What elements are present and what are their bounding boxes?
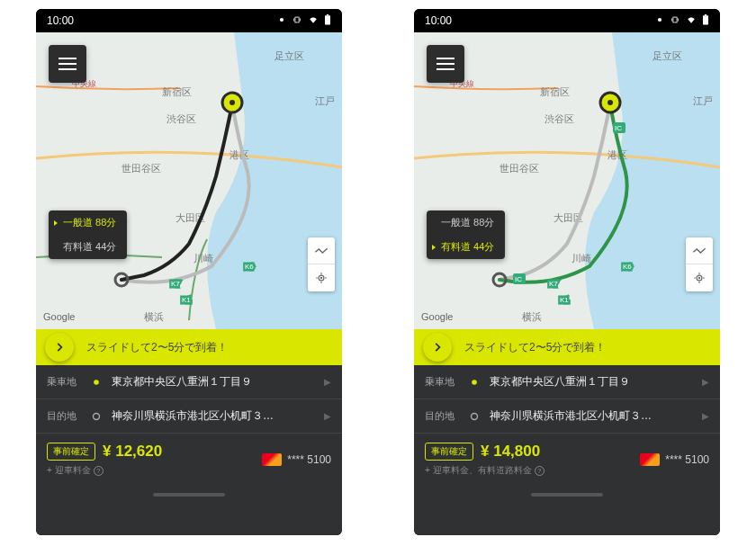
mastercard-icon bbox=[262, 453, 282, 466]
map-controls bbox=[308, 237, 335, 291]
hamburger-icon bbox=[58, 58, 76, 70]
fixed-fare-badge: 事前確定 bbox=[47, 443, 95, 461]
pickup-pin-icon bbox=[468, 376, 481, 389]
svg-text:K1: K1 bbox=[182, 296, 191, 304]
payment-method[interactable]: **** 5100 bbox=[640, 453, 709, 466]
svg-text:K7: K7 bbox=[549, 280, 558, 288]
google-attribution: Google bbox=[43, 311, 75, 322]
tab-general-road[interactable]: 一般道 88分 bbox=[49, 210, 127, 235]
vibrate-icon bbox=[670, 14, 680, 27]
route-tabs: 一般道 88分 有料道 44分 bbox=[49, 210, 127, 259]
destination-value: 神奈川県横浜市港北区小机町３… bbox=[112, 408, 315, 424]
tab-toll-road[interactable]: 有料道 44分 bbox=[49, 235, 127, 259]
battery-icon bbox=[324, 14, 331, 28]
price: ¥ 12,620 bbox=[103, 443, 162, 461]
svg-point-53 bbox=[472, 413, 478, 419]
chevron-right-icon bbox=[53, 341, 66, 354]
pickup-pin-icon bbox=[90, 376, 103, 389]
price-note[interactable]: + 迎車料金 ? bbox=[47, 464, 104, 477]
status-time: 10:00 bbox=[47, 14, 74, 27]
destination-row[interactable]: 目的地 神奈川県横浜市港北区小机町３… ▶ bbox=[414, 399, 720, 434]
route-style-button[interactable] bbox=[308, 237, 335, 264]
help-icon[interactable]: ? bbox=[94, 466, 104, 476]
route-tabs: 一般道 88分 有料道 44分 bbox=[427, 210, 505, 259]
menu-button[interactable] bbox=[427, 45, 464, 83]
menu-button[interactable] bbox=[49, 45, 86, 83]
wifi-icon bbox=[308, 14, 319, 27]
tab-toll-road[interactable]: 有料道 44分 bbox=[427, 235, 505, 259]
pickup-label: 乗車地 bbox=[425, 375, 459, 389]
map-controls bbox=[686, 237, 713, 291]
svg-text:K6: K6 bbox=[245, 263, 254, 271]
map[interactable]: 新宿区 渋谷区 港区 世田谷区 大田区 川崎 足立区 江戸 横浜 中央線 K7 … bbox=[36, 32, 342, 329]
destination-pin-icon bbox=[90, 410, 103, 423]
route-style-button[interactable] bbox=[686, 237, 713, 264]
svg-rect-1 bbox=[295, 17, 299, 22]
svg-point-41 bbox=[608, 100, 613, 105]
slide-handle[interactable] bbox=[423, 333, 452, 362]
bottom-sheet: スライドして2〜5分で到着！ 乗車地 東京都中央区八重洲１丁目９ ▶ 目的地 神… bbox=[414, 329, 720, 535]
pickup-row[interactable]: 乗車地 東京都中央区八重洲１丁目９ ▶ bbox=[414, 365, 720, 399]
card-masked: **** 5100 bbox=[665, 453, 709, 466]
price: ¥ 14,800 bbox=[481, 443, 540, 461]
chevron-right-icon: ▶ bbox=[324, 411, 331, 421]
help-icon[interactable]: ? bbox=[535, 466, 544, 476]
status-icons bbox=[655, 14, 709, 28]
phone-right: 10:00 新宿区 渋谷区 港区 世田谷区 大田区 川崎 足立区 江戸 横浜 中… bbox=[414, 9, 720, 535]
svg-point-23 bbox=[94, 379, 100, 385]
svg-point-0 bbox=[280, 18, 284, 22]
android-navbar bbox=[414, 486, 720, 504]
price-row: 事前確定 ¥ 12,620 + 迎車料金 ? **** 5100 bbox=[36, 434, 342, 486]
slide-handle[interactable] bbox=[45, 333, 74, 362]
svg-rect-27 bbox=[703, 15, 708, 24]
svg-rect-26 bbox=[673, 17, 677, 22]
chevron-right-icon: ▶ bbox=[702, 377, 709, 387]
svg-point-25 bbox=[658, 18, 662, 22]
tab-general-road[interactable]: 一般道 88分 bbox=[427, 210, 505, 235]
svg-text:K6: K6 bbox=[623, 263, 632, 271]
hamburger-icon bbox=[436, 58, 454, 70]
svg-text:K7: K7 bbox=[171, 280, 180, 288]
card-masked: **** 5100 bbox=[287, 453, 331, 466]
location-icon bbox=[655, 14, 664, 27]
svg-point-52 bbox=[472, 379, 478, 385]
svg-point-22 bbox=[320, 277, 321, 278]
bottom-sheet: スライドして2〜5分で到着！ 乗車地 東京都中央区八重洲１丁目９ ▶ 目的地 神… bbox=[36, 329, 342, 535]
price-row: 事前確定 ¥ 14,800 + 迎車料金、有料道路料金 ? **** 5100 bbox=[414, 434, 720, 486]
fixed-fare-badge: 事前確定 bbox=[425, 443, 473, 461]
android-navbar bbox=[36, 486, 342, 504]
destination-pin-icon bbox=[468, 410, 481, 423]
destination-label: 目的地 bbox=[47, 409, 81, 423]
phone-left: 10:00 新宿区 渋谷区 港区 世田谷 bbox=[36, 9, 342, 535]
pickup-label: 乗車地 bbox=[47, 375, 81, 389]
destination-row[interactable]: 目的地 神奈川県横浜市港北区小机町３… ▶ bbox=[36, 399, 342, 434]
slide-to-book[interactable]: スライドして2〜5分で到着！ bbox=[36, 329, 342, 365]
pickup-value: 東京都中央区八重洲１丁目９ bbox=[490, 374, 693, 389]
svg-rect-2 bbox=[325, 15, 330, 24]
chevron-right-icon bbox=[431, 341, 444, 354]
recenter-button[interactable] bbox=[686, 264, 713, 291]
svg-point-51 bbox=[698, 277, 699, 278]
svg-rect-28 bbox=[705, 14, 706, 15]
svg-text:IC: IC bbox=[515, 275, 522, 283]
wifi-icon bbox=[686, 14, 697, 27]
pickup-value: 東京都中央区八重洲１丁目９ bbox=[112, 374, 315, 389]
svg-text:K1: K1 bbox=[560, 296, 569, 304]
map[interactable]: 新宿区 渋谷区 港区 世田谷区 大田区 川崎 足立区 江戸 横浜 中央線 IC … bbox=[414, 32, 720, 329]
status-bar: 10:00 bbox=[414, 9, 720, 32]
status-icons bbox=[277, 14, 331, 28]
location-icon bbox=[277, 14, 286, 27]
chevron-right-icon: ▶ bbox=[702, 411, 709, 421]
battery-icon bbox=[702, 14, 709, 28]
price-note[interactable]: + 迎車料金、有料道路料金 ? bbox=[425, 464, 544, 477]
svg-point-24 bbox=[94, 413, 100, 419]
svg-rect-3 bbox=[327, 14, 328, 15]
recenter-button[interactable] bbox=[308, 264, 335, 291]
payment-method[interactable]: **** 5100 bbox=[262, 453, 331, 466]
vibrate-icon bbox=[292, 14, 302, 27]
mastercard-icon bbox=[640, 453, 660, 466]
chevron-right-icon: ▶ bbox=[324, 377, 331, 387]
destination-label: 目的地 bbox=[425, 409, 459, 423]
pickup-row[interactable]: 乗車地 東京都中央区八重洲１丁目９ ▶ bbox=[36, 365, 342, 399]
slide-to-book[interactable]: スライドして2〜5分で到着！ bbox=[414, 329, 720, 365]
